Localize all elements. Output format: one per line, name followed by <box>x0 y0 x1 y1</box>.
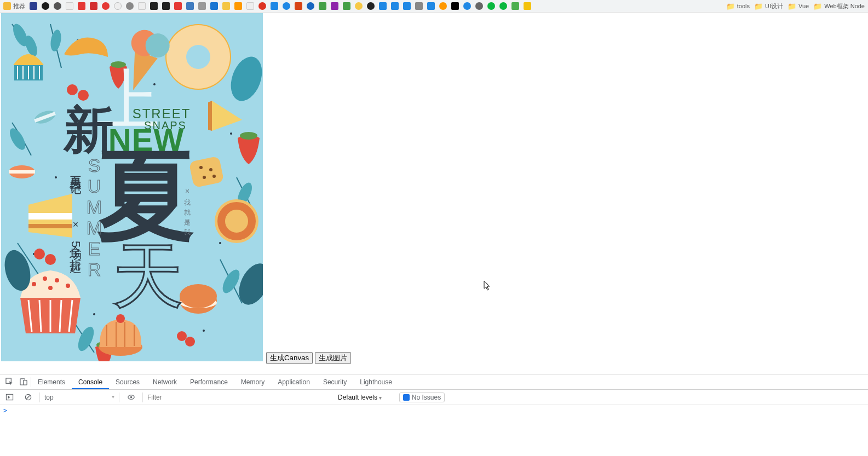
clear-console-icon[interactable] <box>21 390 35 405</box>
svg-point-102 <box>130 396 131 398</box>
bookmark-folder[interactable]: 📁UI设计 <box>754 2 783 10</box>
bookmark-item[interactable] <box>42 2 49 10</box>
bookmark-item[interactable] <box>355 2 363 10</box>
bookmark-item[interactable] <box>343 2 350 10</box>
svg-text:×: × <box>185 187 189 195</box>
execution-context-select[interactable]: top <box>44 394 114 401</box>
bookmark-folder[interactable]: 📁Web框架 Node <box>813 2 865 10</box>
bookmark-item[interactable] <box>524 2 531 10</box>
svg-text:E: E <box>88 238 101 259</box>
console-filter-input[interactable] <box>147 394 334 401</box>
svg-point-35 <box>177 331 187 341</box>
log-levels-select[interactable]: Default levels <box>338 394 382 401</box>
svg-point-22 <box>186 45 210 69</box>
svg-point-6 <box>55 176 57 178</box>
svg-point-31 <box>67 84 78 95</box>
bookmark-item[interactable] <box>162 2 170 10</box>
device-toolbar-icon[interactable] <box>16 375 31 389</box>
bookmark-item[interactable] <box>258 2 266 10</box>
bookmark-item[interactable] <box>487 2 495 10</box>
bookmark-item[interactable] <box>475 2 483 10</box>
console-output[interactable]: > <box>0 405 868 427</box>
generate-image-button[interactable]: 生成图片 <box>315 352 351 364</box>
bookmark-item[interactable] <box>451 2 459 10</box>
bookmark-item[interactable] <box>150 2 158 10</box>
bookmark-folder[interactable]: 📁Vue <box>787 2 809 10</box>
bookmark-item[interactable] <box>234 2 242 10</box>
svg-point-34 <box>45 254 56 265</box>
svg-text:M: M <box>87 217 102 238</box>
inspect-element-icon[interactable] <box>2 375 16 389</box>
svg-text:我: 我 <box>184 199 191 206</box>
devtools-tab-memory[interactable]: Memory <box>234 375 271 389</box>
svg-rect-49 <box>28 213 72 220</box>
page-content: 上 新 STREET SNAPS NEW 夏 天 S U M M E R 夏天日… <box>0 13 868 374</box>
bookmark-folder[interactable]: 📁tools <box>726 2 750 10</box>
svg-text:R: R <box>88 259 101 280</box>
devtools-tab-sources[interactable]: Sources <box>109 375 146 389</box>
svg-point-11 <box>203 330 205 332</box>
svg-text:我: 我 <box>184 228 191 236</box>
svg-point-44 <box>212 175 216 178</box>
bookmark-item[interactable] <box>415 2 423 10</box>
svg-point-38 <box>240 132 257 140</box>
bookmarks-bar: 推荐 📁tools 📁UI设计 📁Vue 📁Web框架 Node <box>0 0 868 13</box>
bookmark-item[interactable] <box>114 2 122 10</box>
bookmark-item[interactable] <box>198 2 206 10</box>
svg-point-33 <box>34 249 45 259</box>
bookmark-item[interactable] <box>439 2 447 10</box>
devtools-tab-elements[interactable]: Elements <box>31 375 72 389</box>
bookmark-item[interactable] <box>54 2 61 10</box>
bookmark-item[interactable] <box>246 2 254 10</box>
bookmark-item[interactable] <box>102 2 110 10</box>
bookmark-item[interactable] <box>90 2 97 10</box>
console-sidebar-toggle-icon[interactable] <box>2 390 16 405</box>
issues-label: No Issues <box>412 394 441 401</box>
bookmark-item[interactable] <box>379 2 387 10</box>
bookmark-item[interactable] <box>511 2 519 10</box>
devtools-panel: ElementsConsoleSourcesNetworkPerformance… <box>0 374 868 427</box>
bookmark-item[interactable] <box>319 2 326 10</box>
bookmark-item[interactable] <box>222 2 230 10</box>
bookmark-item[interactable]: 推荐 <box>3 2 25 10</box>
svg-text:×: × <box>73 219 79 230</box>
svg-point-43 <box>203 176 206 179</box>
bookmark-item[interactable] <box>210 2 218 10</box>
bookmark-item[interactable] <box>78 2 85 10</box>
mouse-cursor-icon <box>484 280 492 291</box>
svg-text:U: U <box>88 176 101 197</box>
bookmark-item[interactable] <box>174 2 182 10</box>
devtools-tab-application[interactable]: Application <box>271 375 317 389</box>
svg-point-56 <box>48 286 53 290</box>
live-expression-icon[interactable] <box>124 390 138 405</box>
devtools-tab-security[interactable]: Security <box>317 375 353 389</box>
svg-rect-50 <box>28 224 72 228</box>
devtools-tab-console[interactable]: Console <box>72 375 109 389</box>
generate-canvas-button[interactable]: 生成Canvas <box>266 352 313 364</box>
bookmark-item[interactable] <box>307 2 314 10</box>
bookmark-item[interactable] <box>30 2 37 10</box>
svg-text:S: S <box>88 155 101 176</box>
svg-line-100 <box>26 395 30 400</box>
bookmark-item[interactable] <box>403 2 411 10</box>
bookmark-item[interactable] <box>427 2 435 10</box>
bookmark-item[interactable] <box>463 2 471 10</box>
bookmark-item[interactable] <box>138 2 146 10</box>
bookmark-item[interactable] <box>391 2 399 10</box>
bookmark-item[interactable] <box>331 2 338 10</box>
svg-point-9 <box>219 242 221 244</box>
bookmark-item[interactable] <box>66 2 73 10</box>
svg-rect-97 <box>23 380 27 385</box>
bookmark-item[interactable] <box>271 2 278 10</box>
devtools-tab-performance[interactable]: Performance <box>183 375 234 389</box>
issues-button[interactable]: No Issues <box>399 392 445 402</box>
devtools-tab-network[interactable]: Network <box>146 375 183 389</box>
bookmark-item[interactable] <box>295 2 302 10</box>
devtools-tab-lighthouse[interactable]: Lighthouse <box>353 375 399 389</box>
bookmark-item[interactable] <box>186 2 194 10</box>
bookmark-item[interactable] <box>126 2 134 10</box>
bookmark-item[interactable] <box>367 2 375 10</box>
svg-point-64 <box>180 284 217 308</box>
bookmark-item[interactable] <box>283 2 290 10</box>
bookmark-item[interactable] <box>499 2 507 10</box>
